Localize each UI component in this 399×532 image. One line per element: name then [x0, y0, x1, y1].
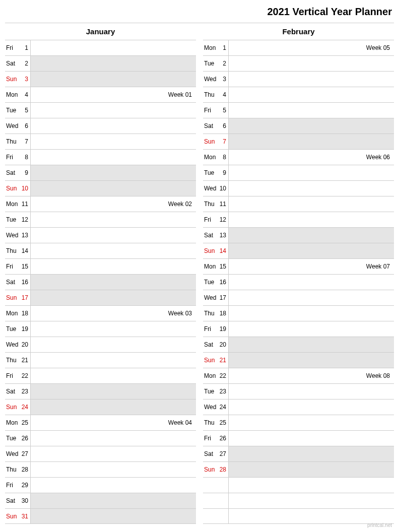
day-number: 27 [20, 450, 30, 457]
day-row: Sat13 [203, 227, 394, 243]
day-of-week: Sun [5, 185, 20, 192]
day-of-week: Fri [203, 325, 218, 332]
month-name: February [203, 23, 394, 40]
day-number: 10 [20, 185, 30, 192]
day-of-week: Tue [203, 60, 218, 67]
day-number: 22 [218, 372, 228, 379]
day-of-week: Sat [203, 122, 218, 129]
day-cell [228, 462, 394, 477]
day-row: Thu4 [203, 87, 394, 102]
day-number: 21 [218, 357, 228, 364]
day-cell [228, 243, 394, 258]
day-cell [228, 275, 394, 290]
day-number: 4 [218, 91, 228, 98]
day-cell [228, 87, 394, 102]
day-cell [30, 431, 196, 446]
day-row: Sat23 [5, 383, 196, 399]
day-of-week: Sun [203, 138, 218, 145]
day-number: 5 [20, 107, 30, 114]
day-row: Fri29 [5, 477, 196, 493]
day-row: Mon15Week 07 [203, 258, 394, 274]
day-row: Fri19 [203, 321, 394, 337]
day-row: Tue5 [5, 102, 196, 118]
day-cell [228, 493, 394, 508]
day-cell [228, 290, 394, 305]
day-of-week: Wed [5, 450, 20, 457]
day-number: 17 [20, 294, 30, 301]
day-row: Wed27 [5, 446, 196, 461]
day-row: Sat20 [203, 337, 394, 352]
day-row: Thu18 [203, 305, 394, 321]
day-row: Fri26 [203, 430, 394, 446]
day-row: Mon22Week 08 [203, 368, 394, 383]
day-number: 4 [20, 91, 30, 98]
day-number: 15 [20, 263, 30, 270]
day-cell: Week 07 [228, 259, 394, 274]
day-cell [228, 134, 394, 149]
day-cell [228, 118, 394, 134]
day-of-week: Tue [203, 279, 218, 286]
day-of-week: Sat [5, 60, 20, 67]
day-cell [30, 478, 196, 493]
day-of-week: Sat [5, 279, 20, 286]
day-number: 11 [20, 201, 30, 208]
day-row: Sat2 [5, 55, 196, 71]
day-number: 28 [20, 466, 30, 473]
day-number: 2 [218, 60, 228, 67]
day-cell [30, 134, 196, 149]
day-of-week: Fri [203, 107, 218, 114]
day-number: 16 [218, 279, 228, 286]
day-of-week: Fri [203, 216, 218, 223]
day-cell [228, 321, 394, 337]
day-of-week: Tue [5, 435, 20, 442]
day-cell [228, 353, 394, 368]
day-number: 23 [218, 388, 228, 395]
month-name: January [5, 23, 196, 40]
day-of-week: Fri [5, 154, 20, 161]
day-cell [228, 415, 394, 430]
day-number: 12 [218, 216, 228, 223]
day-of-week: Sun [5, 513, 20, 520]
day-of-week: Wed [203, 404, 218, 411]
day-row [203, 477, 394, 493]
day-row: Thu28 [5, 461, 196, 477]
day-row [203, 508, 394, 524]
day-cell [228, 478, 394, 493]
day-number: 21 [20, 357, 30, 364]
day-row: Mon18Week 03 [5, 305, 196, 321]
day-cell [228, 56, 394, 71]
day-number: 15 [218, 263, 228, 270]
day-cell: Week 03 [30, 306, 196, 321]
page-title: 2021 Vertical Year Planner [5, 6, 394, 23]
day-row: Sun28 [203, 461, 394, 477]
day-number: 10 [218, 185, 228, 192]
day-row: Fri22 [5, 368, 196, 383]
day-cell [30, 72, 196, 87]
day-row: Tue2 [203, 55, 394, 71]
day-cell [30, 400, 196, 415]
day-number: 3 [218, 76, 228, 83]
day-row: Wed24 [203, 399, 394, 415]
day-of-week: Mon [5, 201, 20, 208]
day-cell [228, 400, 394, 415]
day-cell [30, 368, 196, 383]
day-of-week: Mon [5, 419, 20, 426]
day-number: 23 [20, 388, 30, 395]
day-of-week: Wed [203, 76, 218, 83]
day-of-week: Sun [203, 357, 218, 364]
day-cell [228, 228, 394, 243]
day-of-week: Sun [5, 76, 20, 83]
day-of-week: Tue [5, 325, 20, 332]
day-row: Fri12 [203, 212, 394, 227]
day-of-week: Wed [203, 294, 218, 301]
day-row: Sun3 [5, 71, 196, 87]
day-row: Wed6 [5, 118, 196, 134]
day-cell [228, 509, 394, 523]
day-cell: Week 02 [30, 196, 196, 212]
day-row [203, 493, 394, 508]
day-number: 18 [218, 310, 228, 317]
day-number: 5 [218, 107, 228, 114]
day-row: Sun10 [5, 180, 196, 196]
day-of-week: Sat [203, 232, 218, 239]
day-cell [30, 243, 196, 258]
